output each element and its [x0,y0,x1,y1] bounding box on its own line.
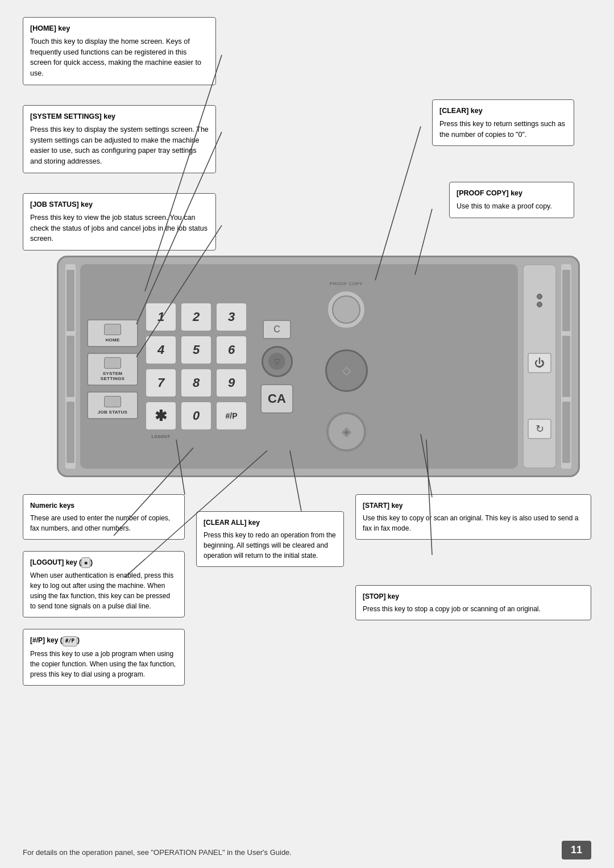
indicator-area [537,294,542,307]
key-2[interactable]: 2 [180,302,212,332]
job-status-key-button[interactable]: JOB STATUS [87,391,138,419]
left-bar [65,264,76,469]
home-key-annotation: [HOME] key Touch this key to display the… [23,17,216,85]
key-0[interactable]: 0 [180,401,212,431]
stop-key-annotation: [STOP] key Press this key to stop a copy… [355,585,591,620]
start-key-annotation: [START] key Use this key to copy or scan… [355,494,591,540]
logout-key-annotation: [LOGOUT] key (✱) When user authenticatio… [23,551,185,617]
machine-panel: HOME SYSTEM SETTINGS JOB STATUS 1 [57,256,580,477]
right-bar-segment-2 [562,336,570,397]
indicator-dot-2 [537,302,542,307]
system-settings-key-label: SYSTEM SETTINGS [90,371,135,381]
right-bar [561,264,571,469]
system-settings-desc: Press this key to display the system set… [30,124,209,167]
key-1[interactable]: 1 [145,302,177,332]
proof-copy-section: PROOF COPY [326,281,366,329]
clear-key-annotation: [CLEAR] key Press this key to return set… [432,99,574,146]
job-status-key-label: JOB STATUS [98,410,127,415]
key-hash-p[interactable]: #/P [215,401,247,431]
stop-nav-button[interactable]: ▽ [262,346,293,377]
start-key-title: [START] key [363,500,584,511]
clear-all-title: [CLEAR ALL] key [204,518,337,528]
hash-p-key-desc: Press this key to use a job program when… [30,649,177,679]
panel-far-right: ⏻ ↻ [522,264,557,469]
system-settings-annotation: [SYSTEM SETTINGS] key Press this key to … [23,105,216,173]
nav-arrow-button[interactable]: ◇ [325,349,368,392]
page-footer: For details on the operation panel, see … [0,840,614,868]
hash-p-key-title: [#/P] key (#/P) [30,635,177,646]
home-key-title: [HOME] key [30,23,209,34]
proof-copy-inner [332,295,360,324]
proof-copy-title: [PROOF COPY] key [457,188,567,199]
panel-body: HOME SYSTEM SETTINGS JOB STATUS 1 [80,264,518,469]
key-9[interactable]: 9 [215,368,247,398]
start-button[interactable]: ◈ [326,412,366,452]
bar-segment-3 [67,402,74,463]
logout-key-icon: ✱ [81,557,90,568]
stop-key-title: [STOP] key [363,591,584,602]
logout-key-title: [LOGOUT] key (✱) [30,557,177,568]
numeric-keypad-grid: 1 2 3 4 5 6 7 8 9 ✱ LOGOUT 0 #/P [145,302,247,431]
numeric-keys-title: Numeric keys [30,500,177,511]
job-status-annotation: [JOB STATUS] key Press this key to view … [23,193,216,251]
main-content: [HOME] key Touch this key to display the… [0,0,614,840]
hash-p-key-icon: #/P [63,636,77,646]
system-settings-key-button[interactable]: SYSTEM SETTINGS [87,353,138,386]
proof-copy-annotation: [PROOF COPY] key Use this to make a proo… [449,182,574,218]
system-settings-key-circle [104,357,121,369]
ca-nav-area: C ▽ CA [254,271,300,462]
start-key-desc: Use this key to copy or scan an original… [363,513,584,533]
clear-all-desc: Press this key to redo an operation from… [204,530,337,561]
ca-key-button[interactable]: CA [260,384,293,414]
bottom-annotations: Numeric keys These are used to enter the… [23,494,591,697]
logout-label: LOGOUT [152,435,171,439]
key-8[interactable]: 8 [180,368,212,398]
key-7[interactable]: 7 [145,368,177,398]
logout-key-desc: When user authentication is enabled, pre… [30,570,177,611]
key-6[interactable]: 6 [215,335,247,365]
page-number: 11 [562,841,591,859]
job-status-key-circle [104,396,121,407]
proof-copy-key-label: PROOF COPY [326,281,366,286]
numeric-keypad-area: 1 2 3 4 5 6 7 8 9 ✱ LOGOUT 0 #/P [145,271,247,462]
ca-key-label: CA [268,391,286,406]
system-settings-title: [SYSTEM SETTINGS] key [30,111,209,122]
bar-segment-2 [67,336,74,397]
key-5[interactable]: 5 [180,335,212,365]
key-star[interactable]: ✱ LOGOUT [145,401,177,431]
panel-left-keys: HOME SYSTEM SETTINGS JOB STATUS [87,271,138,462]
home-key-circle [104,324,121,335]
power-button[interactable]: ⏻ [528,353,551,373]
key-3[interactable]: 3 [215,302,247,332]
page-container: [HOME] key Touch this key to display the… [0,0,614,868]
energy-button[interactable]: ↻ [528,419,551,439]
indicator-dot-1 [537,294,542,299]
home-key-button[interactable]: HOME [87,319,138,347]
key-4[interactable]: 4 [145,335,177,365]
job-status-desc: Press this key to view the job status sc… [30,212,209,244]
stop-key-desc: Press this key to stop a copy job or sca… [363,604,584,614]
bottom-center-column: [CLEAR ALL] key Press this key to redo a… [196,511,344,697]
bottom-left-column: Numeric keys These are used to enter the… [23,494,185,697]
clear-button[interactable]: C [263,320,291,339]
bar-segment-1 [67,270,74,331]
right-bar-segment-1 [562,270,570,331]
clear-key-desc: Press this key to return settings such a… [439,119,567,140]
right-bar-segment-3 [562,402,570,463]
hash-p-key-annotation: [#/P] key (#/P) Press this key to use a … [23,629,185,686]
footer-note: For details on the operation panel, see … [23,848,591,857]
proof-copy-button[interactable] [326,290,366,329]
clear-key-title: [CLEAR] key [439,106,567,116]
proof-copy-desc: Use this to make a proof copy. [457,201,567,212]
panel-right-section: PROOF COPY ◇ ◈ [306,271,386,462]
bottom-right-column: [START] key Use this key to copy or scan… [355,494,591,697]
home-key-desc: Touch this key to display the home scree… [30,36,209,79]
numeric-keys-annotation: Numeric keys These are used to enter the… [23,494,185,540]
home-key-label: HOME [105,337,119,343]
clear-all-annotation: [CLEAR ALL] key Press this key to redo a… [196,511,344,567]
job-status-title: [JOB STATUS] key [30,199,209,210]
numeric-keys-desc: These are used to enter the number of co… [30,513,177,533]
